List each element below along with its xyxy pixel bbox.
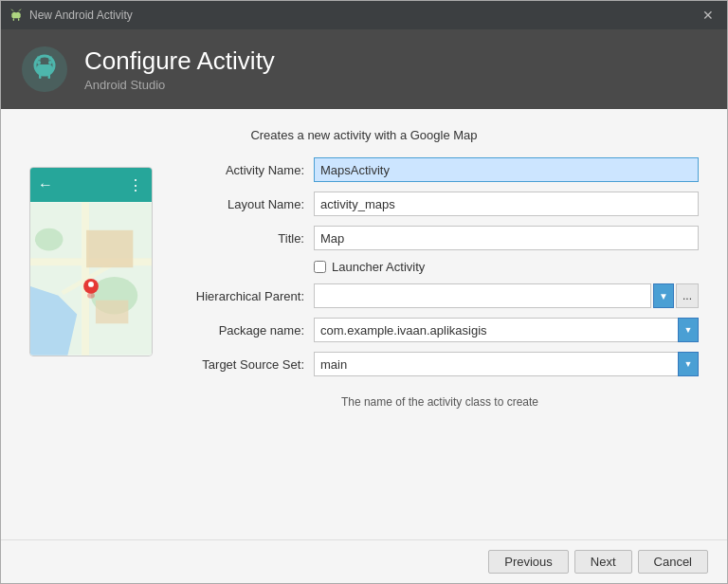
activity-name-input[interactable]: [314, 157, 699, 182]
phone-preview: ← ⋮: [29, 157, 162, 520]
svg-rect-13: [48, 74, 51, 79]
phone-mock: ← ⋮: [29, 167, 153, 356]
hierarchical-parent-label: Hierarchical Parent:: [181, 289, 314, 303]
content-area: Creates a new activity with a Google Map…: [1, 109, 727, 539]
package-name-row: Package name: com.example.ivaan.aplikasi…: [181, 318, 699, 342]
title-row: Title:: [181, 226, 699, 250]
svg-rect-3: [13, 18, 14, 21]
layout-name-input[interactable]: [314, 192, 699, 216]
svg-line-5: [11, 9, 12, 10]
footer: Previous Next Cancel: [1, 539, 727, 583]
header: Configure Activity Android Studio: [1, 29, 727, 109]
svg-line-6: [19, 9, 20, 10]
title-bar-text: New Android Activity: [29, 9, 697, 22]
svg-point-9: [37, 61, 41, 64]
form-area: Activity Name: Layout Name: Title: Launc…: [181, 157, 699, 520]
svg-point-22: [35, 228, 64, 251]
activity-name-label: Activity Name:: [181, 163, 314, 177]
header-title: Configure Activity: [84, 46, 275, 76]
layout-name-row: Layout Name:: [181, 192, 699, 216]
description-text: Creates a new activity with a Google Map: [29, 128, 699, 142]
previous-button[interactable]: Previous: [488, 550, 569, 574]
cancel-button[interactable]: Cancel: [638, 550, 708, 574]
hint-text: The name of the activity class to create: [181, 395, 699, 409]
svg-rect-2: [11, 12, 20, 18]
header-subtitle: Android Studio: [84, 78, 275, 92]
svg-rect-24: [96, 301, 128, 324]
svg-rect-12: [39, 74, 42, 79]
svg-point-10: [48, 61, 52, 64]
target-source-set-row: Target Source Set: main ▼: [181, 352, 699, 376]
title-label: Title:: [181, 231, 314, 246]
hierarchical-parent-ellipsis-btn[interactable]: ...: [676, 283, 699, 308]
layout-name-label: Layout Name:: [181, 197, 314, 211]
main-area: ← ⋮: [29, 157, 699, 520]
phone-map: [30, 202, 152, 356]
header-text: Configure Activity Android Studio: [84, 46, 275, 92]
svg-point-26: [87, 293, 95, 299]
target-source-set-select[interactable]: main: [314, 352, 699, 376]
hierarchical-parent-wrapper: ▼ ...: [314, 283, 699, 308]
title-bar: New Android Activity ✕: [1, 1, 727, 29]
android-icon: [9, 8, 24, 23]
main-window: New Android Activity ✕ Configure Activit…: [0, 0, 728, 584]
phone-topbar: ← ⋮: [30, 168, 152, 202]
activity-name-row: Activity Name:: [181, 157, 699, 182]
launcher-activity-label[interactable]: Launcher Activity: [332, 260, 425, 274]
hierarchical-parent-row: Hierarchical Parent: ▼ ...: [181, 283, 699, 308]
launcher-activity-row: Launcher Activity: [314, 260, 699, 274]
target-source-set-label: Target Source Set:: [181, 357, 314, 372]
launcher-activity-checkbox[interactable]: [314, 261, 326, 273]
hierarchical-parent-input[interactable]: [314, 283, 651, 308]
package-name-label: Package name:: [181, 323, 314, 338]
hierarchical-parent-dropdown-btn[interactable]: ▼: [653, 283, 674, 308]
svg-rect-11: [37, 64, 52, 74]
menu-dots-icon: ⋮: [128, 176, 144, 194]
package-name-container: com.example.ivaan.aplikasigis ▼: [314, 318, 699, 342]
svg-rect-4: [18, 18, 19, 21]
android-studio-logo: [20, 45, 69, 94]
next-button[interactable]: Next: [574, 550, 632, 574]
back-arrow-icon: ←: [38, 176, 53, 193]
package-name-select[interactable]: com.example.ivaan.aplikasigis: [314, 318, 699, 342]
svg-rect-23: [86, 230, 133, 267]
svg-point-27: [88, 282, 94, 287]
close-button[interactable]: ✕: [697, 6, 719, 25]
map-svg: [30, 202, 152, 356]
title-input[interactable]: [314, 226, 699, 250]
target-source-set-container: main ▼: [314, 352, 699, 376]
